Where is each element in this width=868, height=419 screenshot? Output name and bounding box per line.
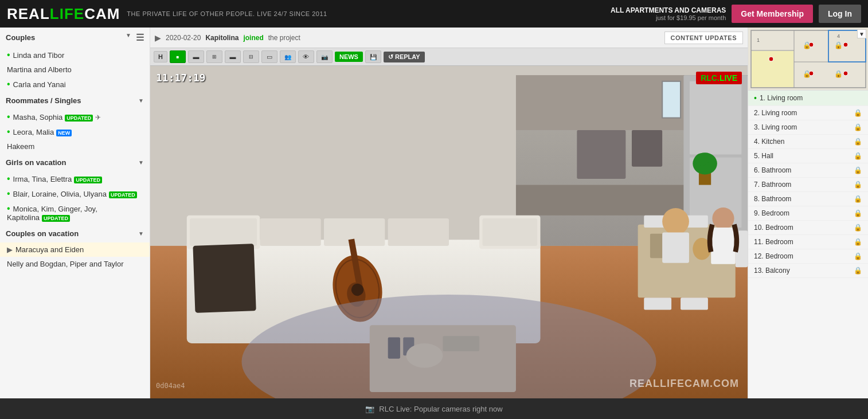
- room-item-0[interactable]: •1. Living room: [748, 91, 868, 106]
- cam-btn-wide[interactable]: ▭: [261, 50, 277, 63]
- map-svg: 🔒 🔒 🔒 🔒 1 4: [748, 28, 868, 91]
- room-item-6[interactable]: 7. Bathroom🔒: [748, 178, 868, 192]
- room-item-9[interactable]: 10. Bedroom🔒: [748, 221, 868, 235]
- cam-btn-grid1[interactable]: ⊞: [206, 50, 222, 63]
- green-square-icon: ■: [177, 54, 179, 60]
- active-dot-icon: •: [7, 79, 10, 89]
- event-date: 2020-02-20: [166, 34, 201, 42]
- cam-btn-rect2[interactable]: ▬: [225, 50, 241, 63]
- sidebar-item-monica-kim[interactable]: •Monica, Kim, Ginger, Joy, KapitolinaUPD…: [0, 201, 150, 225]
- event-rest: the project: [268, 34, 300, 42]
- couples-chevron-icon: ▼: [126, 32, 131, 43]
- svg-rect-35: [681, 297, 708, 310]
- room-item-4[interactable]: 5. Hall🔒: [748, 149, 868, 163]
- grid-icon: ⊞: [212, 54, 217, 60]
- cam-btn-people[interactable]: 👥: [280, 50, 296, 63]
- room-item-10[interactable]: 11. Bedroom🔒: [748, 235, 868, 249]
- room-lock-icon: 🔒: [854, 152, 862, 160]
- sidebar-item-masha-sophia[interactable]: •Masha, SophiaUPDATED✈: [0, 109, 150, 124]
- room-item-2[interactable]: 3. Living room🔒: [748, 120, 868, 135]
- main-layout: Couples ▼ ☰ •Linda and Tibor Martina and…: [0, 28, 868, 398]
- scene-svg: [150, 66, 748, 398]
- room-item-8[interactable]: 9. Bedroom🔒: [748, 206, 868, 221]
- content-topbar: ▶ 2020-02-20 Kapitolina joined the proje…: [150, 28, 748, 48]
- cam-btn-eye[interactable]: 👁: [298, 50, 314, 63]
- roommates-chevron-icon: ▼: [138, 97, 144, 104]
- sidebar-item-hakeem[interactable]: Hakeem: [0, 139, 150, 154]
- sidebar-item-carla-yanai[interactable]: •Carla and Yanai: [0, 77, 150, 92]
- replay-button[interactable]: ↺ REPLAY: [384, 52, 425, 62]
- bottom-bar-text: RLC Live: Popular cameras right now: [379, 405, 502, 413]
- active-dot-icon: •: [7, 203, 10, 213]
- svg-point-63: [809, 71, 814, 76]
- room-number: 12. Bedroom: [754, 252, 793, 260]
- sidebar-item-nelly-bogdan[interactable]: Nelly and Bogdan, Piper and Taylor: [0, 257, 150, 271]
- sidebar-section-roommates[interactable]: Roommates / Singles ▼: [0, 92, 150, 109]
- room-lock-icon: 🔒: [854, 224, 862, 232]
- cam-btn-save[interactable]: 💾: [365, 50, 381, 63]
- room-item-7[interactable]: 8. Bathroom🔒: [748, 192, 868, 206]
- room-item-5[interactable]: 6. Bathroom🔒: [748, 163, 868, 178]
- sidebar-item-linda-tibor[interactable]: •Linda and Tibor: [0, 48, 150, 62]
- sidebar-item-label: Irma, Tina, Elettra: [13, 175, 72, 183]
- svg-point-59: [769, 57, 773, 61]
- active-dot-icon: •: [7, 174, 10, 183]
- room-item-3[interactable]: 4. Kitchen🔒: [748, 135, 868, 149]
- map-expand-button[interactable]: ▼: [857, 29, 866, 38]
- navigate-arrow-icon[interactable]: ▶: [155, 33, 161, 42]
- active-dot-icon: •: [7, 189, 10, 198]
- cam-btn-camera[interactable]: 📷: [316, 50, 333, 63]
- arrow-icon: ▶: [7, 245, 13, 254]
- live-badge: RLC.LIVE: [696, 72, 742, 84]
- watermark: REALLIFECAM.COM: [630, 378, 739, 390]
- svg-point-41: [712, 207, 734, 229]
- all-apts-line2: just for $19.95 per month: [611, 14, 726, 21]
- logo[interactable]: REALLIFECAM: [7, 5, 120, 23]
- sidebar-section-girls-vacation[interactable]: Girls on vacation ▼: [0, 154, 150, 171]
- svg-rect-18: [482, 218, 537, 246]
- svg-rect-15: [260, 218, 320, 246]
- sidebar-item-blair-loraine[interactable]: •Blair, Loraine, Olivia, UlyanaUPDATED: [0, 186, 150, 201]
- news-button[interactable]: NEWS: [335, 52, 363, 62]
- svg-rect-6: [632, 130, 662, 167]
- sidebar-item-label: Nelly and Bogdan, Piper and Taylor: [7, 260, 124, 268]
- sidebar-item-maracuya-eiden[interactable]: ▶Maracuya and Eiden: [0, 242, 150, 257]
- get-membership-button[interactable]: Get Membership: [732, 5, 813, 23]
- wide-icon: ▭: [267, 53, 272, 61]
- video-container: 11:17:19 RLC.LIVE REALLIFECAM.COM 0d04ae…: [150, 66, 748, 398]
- sidebar-item-martina-alberto[interactable]: Martina and Alberto: [0, 62, 150, 77]
- room-lock-icon: 🔒: [854, 238, 862, 246]
- rect2-icon: ▬: [229, 53, 236, 60]
- girls-chevron-icon: ▼: [138, 159, 144, 166]
- svg-point-62: [843, 71, 848, 76]
- grid2-icon: ⊟: [249, 54, 253, 60]
- new-badge: NEW: [56, 130, 72, 136]
- svg-rect-34: [644, 297, 671, 310]
- login-button[interactable]: Log In: [819, 5, 861, 23]
- eye-icon: 👁: [303, 53, 309, 60]
- room-number: 13. Balcony: [754, 267, 790, 275]
- room-item-1[interactable]: 2. Living room🔒: [748, 106, 868, 120]
- plane-icon: ✈: [95, 113, 101, 122]
- room-list: •1. Living room2. Living room🔒3. Living …: [748, 91, 868, 398]
- live-text: LIVE: [720, 73, 737, 83]
- cam-btn-rect1[interactable]: ▬: [188, 50, 204, 63]
- cam-btn-h[interactable]: H: [154, 51, 167, 62]
- sidebar-section-couples-vacation[interactable]: Couples on vacation ▼: [0, 225, 150, 242]
- room-item-12[interactable]: 13. Balcony🔒: [748, 264, 868, 278]
- room-number: 5. Hall: [754, 152, 773, 160]
- sidebar-section-couples[interactable]: Couples ▼ ☰: [0, 28, 150, 48]
- cam-btn-grid2[interactable]: ⊟: [243, 50, 259, 63]
- sidebar-item-irma-tina-elettra[interactable]: •Irma, Tina, ElettraUPDATED: [0, 171, 150, 186]
- content-updates-button[interactable]: CONTENT UPDATES: [664, 32, 743, 44]
- cam-btn-green-square[interactable]: ■: [170, 50, 186, 63]
- header: REALLIFECAM THE PRIVATE LIFE OF OTHER PE…: [0, 0, 868, 28]
- sidebar-menu-icon[interactable]: ☰: [136, 32, 144, 43]
- room-item-11[interactable]: 12. Bedroom🔒: [748, 249, 868, 264]
- room-lock-icon: 🔒: [854, 252, 862, 260]
- room-number: 10. Bedroom: [754, 224, 793, 232]
- sidebar-item-label: Leora, Malia: [13, 128, 54, 136]
- sidebar-item-leora-malia[interactable]: •Leora, MaliaNEW: [0, 124, 150, 139]
- svg-rect-10: [662, 81, 681, 118]
- replay-label: REPLAY: [395, 53, 420, 60]
